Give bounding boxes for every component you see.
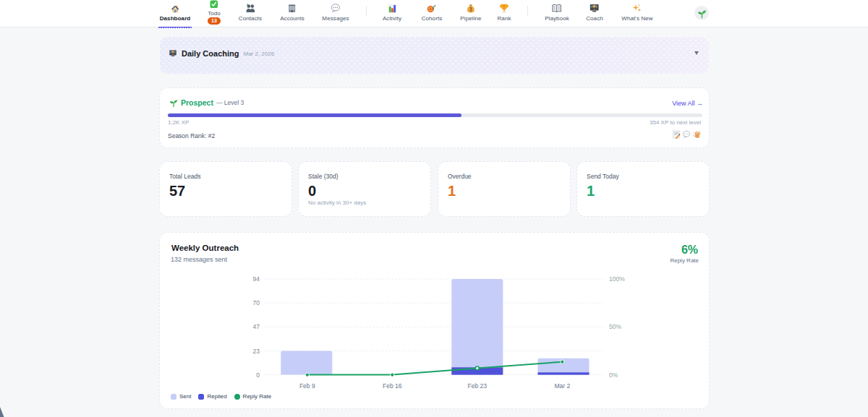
svg-text:0: 0: [256, 371, 260, 379]
svg-text:23: 23: [253, 348, 260, 355]
svg-text:100%: 100%: [609, 275, 625, 283]
svg-text:Mar 2: Mar 2: [554, 382, 570, 390]
svg-text:0%: 0%: [609, 371, 618, 379]
svg-text:Feb 9: Feb 9: [299, 382, 315, 390]
svg-text:94: 94: [253, 275, 260, 283]
svg-text:50%: 50%: [609, 323, 621, 330]
svg-text:47: 47: [253, 323, 260, 330]
svg-text:Feb 16: Feb 16: [383, 382, 402, 390]
svg-text:Feb 23: Feb 23: [468, 382, 488, 390]
svg-text:70: 70: [253, 299, 260, 306]
